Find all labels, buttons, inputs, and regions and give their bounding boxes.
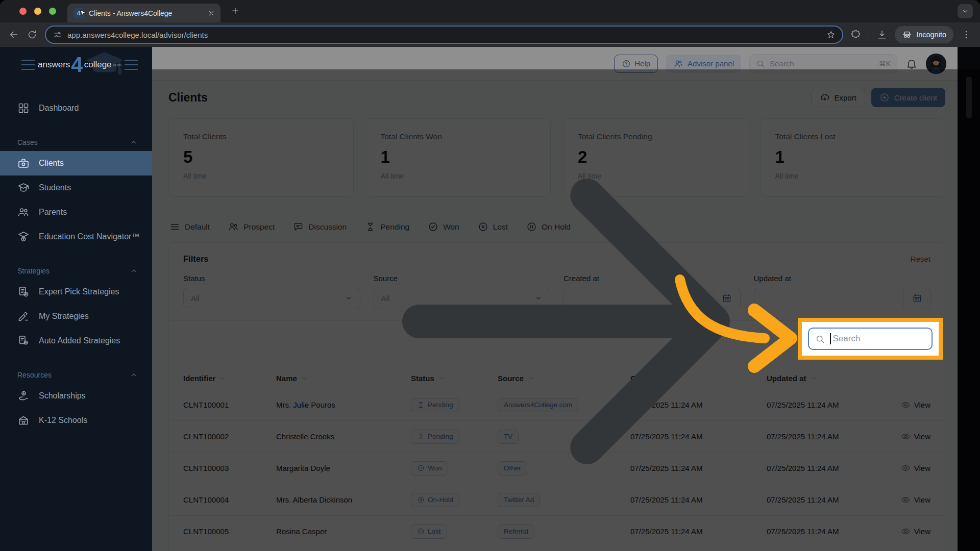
- browser-tab[interactable]: 4 Clients - Answers4College: [67, 4, 220, 22]
- minimize-window-button[interactable]: [34, 8, 41, 15]
- sidebar-item-label: Auto Added Strategies: [39, 336, 120, 345]
- logo-word-college: college: [84, 60, 112, 70]
- tutorial-dim-overlay: [152, 47, 980, 551]
- logo-lines-right: [125, 64, 138, 65]
- browser-toolbar: app.answers4college.local/advisor/client…: [0, 22, 980, 47]
- logo-word-answers: answers: [38, 60, 70, 70]
- chevron-up-icon: [130, 371, 138, 379]
- section-title: Strategies: [17, 267, 50, 275]
- sidebar-item-strategies-1[interactable]: My Strategies: [0, 304, 152, 329]
- table-search-placeholder: Search: [833, 334, 861, 344]
- downloads-button[interactable]: [876, 29, 888, 40]
- sidebar-item-icon: [17, 414, 30, 427]
- incognito-badge: Incognito: [895, 26, 953, 43]
- sidebar-item-0[interactable]: Clients: [0, 151, 152, 176]
- sidebar-item-dashboard[interactable]: Dashboard: [0, 96, 152, 120]
- back-button[interactable]: [8, 29, 19, 40]
- extensions-icon[interactable]: [850, 29, 862, 40]
- browser-chrome: 4 Clients - Answers4College app.answers4…: [0, 0, 980, 47]
- incognito-label: Incognito: [916, 31, 946, 39]
- sidebar-item-icon: [17, 310, 30, 322]
- sidebar-item-3[interactable]: Education Cost Navigator™: [0, 224, 152, 249]
- logo-tld: .com: [112, 62, 122, 67]
- sidebar-item-label: Scholarships: [39, 391, 86, 400]
- chevron-up-icon: [130, 138, 138, 146]
- sidebar-item-2[interactable]: Parents: [0, 200, 152, 224]
- highlighted-search-frame: Search: [798, 318, 943, 360]
- logo-lines-left: [21, 64, 35, 65]
- sidebar-item-icon: [17, 286, 30, 298]
- section-title: Cases: [17, 138, 38, 146]
- sidebar-item-icon: [17, 157, 30, 169]
- sidebar-group-cases: Clients Students Parents Educati: [0, 151, 152, 249]
- tab-strip: 4 Clients - Answers4College: [0, 0, 980, 22]
- app-logo[interactable]: answers 4 college .com: [0, 47, 152, 83]
- sidebar: answers 4 college .com Dashboard Cases C…: [0, 47, 152, 551]
- logo-numeral: 4: [71, 54, 83, 76]
- sidebar-item-strategies-0[interactable]: Expert Pick Strategies: [0, 280, 152, 304]
- sidebar-item-icon: [17, 335, 30, 347]
- reload-button[interactable]: [27, 29, 38, 40]
- sidebar-item-resources-0[interactable]: Scholarships: [0, 384, 152, 408]
- sidebar-group-resources: Scholarships K-12 Schools: [0, 384, 152, 433]
- new-tab-button[interactable]: [231, 6, 240, 15]
- section-title: Resources: [17, 371, 52, 379]
- url-bar[interactable]: app.answers4college.local/advisor/client…: [45, 26, 843, 44]
- sidebar-item-label: Clients: [39, 159, 64, 168]
- url-text: app.answers4college.local/advisor/client…: [67, 31, 821, 39]
- text-cursor: [830, 333, 831, 344]
- sidebar-section-resources[interactable]: Resources: [0, 366, 152, 384]
- toolbar-divider: [869, 30, 869, 40]
- sidebar-item-label: My Strategies: [39, 312, 89, 321]
- table-search-input[interactable]: Search: [808, 328, 933, 350]
- sidebar-item-icon: [17, 231, 30, 243]
- sidebar-item-label: Education Cost Navigator™: [39, 232, 139, 241]
- sidebar-item-label: Parents: [39, 208, 67, 217]
- browser-menu-button[interactable]: [961, 29, 972, 40]
- sidebar-section-cases[interactable]: Cases: [0, 134, 152, 151]
- incognito-icon: [902, 30, 912, 40]
- sidebar-group-strategies: Expert Pick Strategies My Strategies Aut…: [0, 280, 152, 353]
- sidebar-item-icon: [17, 206, 30, 218]
- site-settings-icon[interactable]: [53, 30, 62, 39]
- sidebar-item-label: Students: [39, 183, 71, 192]
- chevron-down-icon: [961, 7, 969, 15]
- sidebar-item-label: Dashboard: [39, 104, 79, 113]
- sidebar-item-icon: [17, 182, 30, 194]
- search-icon: [815, 334, 825, 344]
- close-window-button[interactable]: [19, 8, 27, 15]
- sidebar-item-strategies-2[interactable]: Auto Added Strategies: [0, 329, 152, 353]
- sidebar-item-label: K-12 Schools: [39, 416, 87, 425]
- mouse-cursor-icon: [80, 10, 86, 18]
- dashboard-grid-icon: [17, 102, 30, 114]
- chevron-up-icon: [130, 267, 138, 275]
- tab-close-icon[interactable]: [207, 9, 215, 17]
- tab-search-button[interactable]: [958, 4, 973, 18]
- bookmark-star-icon[interactable]: [826, 30, 836, 40]
- tab-title: Clients - Answers4College: [89, 9, 202, 17]
- sidebar-item-1[interactable]: Students: [0, 176, 152, 200]
- sidebar-nav: Dashboard Cases Clients Students: [0, 83, 152, 433]
- sidebar-item-resources-1[interactable]: K-12 Schools: [0, 408, 152, 433]
- sidebar-item-icon: [17, 390, 30, 402]
- tab-favicon: 4: [74, 8, 84, 18]
- window-controls: [19, 8, 56, 15]
- sidebar-item-label: Expert Pick Strategies: [39, 287, 119, 296]
- sidebar-section-strategies[interactable]: Strategies: [0, 262, 152, 280]
- zoom-window-button[interactable]: [49, 8, 56, 15]
